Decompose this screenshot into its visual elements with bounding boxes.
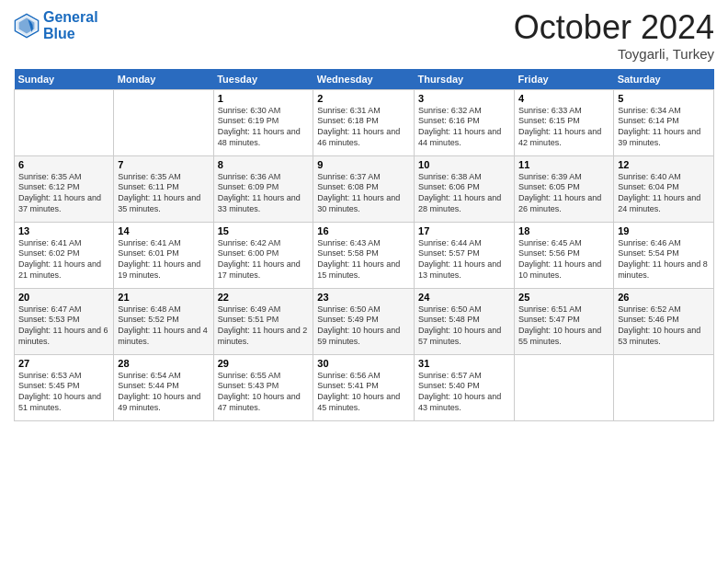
day-cell: 6Sunrise: 6:35 AMSunset: 6:12 PMDaylight… bbox=[15, 155, 114, 222]
day-cell: 10Sunrise: 6:38 AMSunset: 6:06 PMDayligh… bbox=[415, 155, 515, 222]
calendar-table: SundayMondayTuesdayWednesdayThursdayFrid… bbox=[14, 69, 714, 421]
day-cell bbox=[114, 89, 213, 155]
day-cell bbox=[515, 354, 614, 420]
day-number: 17 bbox=[418, 225, 510, 236]
day-info: Sunrise: 6:37 AMSunset: 6:08 PMDaylight:… bbox=[317, 172, 410, 215]
day-number: 16 bbox=[317, 225, 410, 236]
day-cell bbox=[15, 89, 114, 155]
title-block: October 2024 Toygarli, Turkey bbox=[514, 9, 714, 62]
col-header-monday: Monday bbox=[114, 69, 213, 90]
day-cell: 28Sunrise: 6:54 AMSunset: 5:44 PMDayligh… bbox=[114, 354, 213, 420]
day-cell: 27Sunrise: 6:53 AMSunset: 5:45 PMDayligh… bbox=[15, 354, 114, 420]
day-cell: 8Sunrise: 6:36 AMSunset: 6:09 PMDaylight… bbox=[213, 155, 313, 222]
day-info: Sunrise: 6:50 AMSunset: 5:48 PMDaylight:… bbox=[418, 304, 510, 348]
day-number: 12 bbox=[618, 159, 710, 170]
day-cell: 12Sunrise: 6:40 AMSunset: 6:04 PMDayligh… bbox=[614, 155, 714, 222]
day-number: 10 bbox=[418, 159, 510, 170]
day-info: Sunrise: 6:40 AMSunset: 6:04 PMDaylight:… bbox=[618, 172, 710, 215]
day-number: 31 bbox=[418, 358, 510, 369]
day-cell: 26Sunrise: 6:52 AMSunset: 5:46 PMDayligh… bbox=[614, 288, 714, 354]
day-info: Sunrise: 6:43 AMSunset: 5:58 PMDaylight:… bbox=[317, 238, 410, 282]
day-info: Sunrise: 6:44 AMSunset: 5:57 PMDaylight:… bbox=[418, 238, 510, 282]
day-cell: 25Sunrise: 6:51 AMSunset: 5:47 PMDayligh… bbox=[515, 288, 614, 354]
week-row-3: 13Sunrise: 6:41 AMSunset: 6:02 PMDayligh… bbox=[15, 222, 714, 288]
week-row-4: 20Sunrise: 6:47 AMSunset: 5:53 PMDayligh… bbox=[15, 288, 714, 354]
day-cell: 18Sunrise: 6:45 AMSunset: 5:56 PMDayligh… bbox=[515, 222, 614, 288]
day-number: 23 bbox=[317, 292, 410, 303]
day-info: Sunrise: 6:48 AMSunset: 5:52 PMDaylight:… bbox=[118, 304, 209, 348]
col-header-wednesday: Wednesday bbox=[313, 69, 415, 90]
location: Toygarli, Turkey bbox=[514, 46, 714, 62]
day-info: Sunrise: 6:49 AMSunset: 5:51 PMDaylight:… bbox=[218, 304, 310, 348]
day-number: 3 bbox=[418, 93, 510, 104]
col-header-sunday: Sunday bbox=[15, 69, 114, 90]
day-number: 14 bbox=[118, 225, 209, 236]
header-row: SundayMondayTuesdayWednesdayThursdayFrid… bbox=[15, 69, 714, 90]
day-info: Sunrise: 6:47 AMSunset: 5:53 PMDaylight:… bbox=[18, 304, 109, 348]
day-cell: 16Sunrise: 6:43 AMSunset: 5:58 PMDayligh… bbox=[313, 222, 415, 288]
day-info: Sunrise: 6:50 AMSunset: 5:49 PMDaylight:… bbox=[317, 304, 410, 348]
week-row-2: 6Sunrise: 6:35 AMSunset: 6:12 PMDaylight… bbox=[15, 155, 714, 222]
day-info: Sunrise: 6:31 AMSunset: 6:18 PMDaylight:… bbox=[317, 106, 410, 149]
day-number: 15 bbox=[218, 225, 310, 236]
day-number: 21 bbox=[118, 292, 209, 303]
day-info: Sunrise: 6:46 AMSunset: 5:54 PMDaylight:… bbox=[618, 238, 710, 282]
day-number: 7 bbox=[118, 159, 209, 170]
day-info: Sunrise: 6:39 AMSunset: 6:05 PMDaylight:… bbox=[518, 172, 609, 215]
day-info: Sunrise: 6:52 AMSunset: 5:46 PMDaylight:… bbox=[618, 304, 710, 348]
day-cell: 1Sunrise: 6:30 AMSunset: 6:19 PMDaylight… bbox=[213, 89, 313, 155]
calendar-page: General Blue October 2024 Toygarli, Turk… bbox=[0, 0, 728, 563]
day-info: Sunrise: 6:54 AMSunset: 5:44 PMDaylight:… bbox=[118, 371, 209, 414]
day-info: Sunrise: 6:41 AMSunset: 6:01 PMDaylight:… bbox=[118, 238, 209, 282]
day-info: Sunrise: 6:55 AMSunset: 5:43 PMDaylight:… bbox=[218, 371, 310, 414]
day-cell: 31Sunrise: 6:57 AMSunset: 5:40 PMDayligh… bbox=[415, 354, 515, 420]
day-info: Sunrise: 6:45 AMSunset: 5:56 PMDaylight:… bbox=[518, 238, 609, 282]
day-number: 11 bbox=[518, 159, 609, 170]
day-cell: 3Sunrise: 6:32 AMSunset: 6:16 PMDaylight… bbox=[415, 89, 515, 155]
day-info: Sunrise: 6:32 AMSunset: 6:16 PMDaylight:… bbox=[418, 106, 510, 149]
day-cell bbox=[614, 354, 714, 420]
day-cell: 30Sunrise: 6:56 AMSunset: 5:41 PMDayligh… bbox=[313, 354, 415, 420]
day-info: Sunrise: 6:51 AMSunset: 5:47 PMDaylight:… bbox=[518, 304, 609, 348]
day-number: 4 bbox=[518, 93, 609, 104]
day-cell: 9Sunrise: 6:37 AMSunset: 6:08 PMDaylight… bbox=[313, 155, 415, 222]
day-info: Sunrise: 6:53 AMSunset: 5:45 PMDaylight:… bbox=[18, 371, 109, 414]
day-number: 22 bbox=[218, 292, 310, 303]
day-number: 27 bbox=[18, 358, 109, 369]
day-info: Sunrise: 6:30 AMSunset: 6:19 PMDaylight:… bbox=[218, 106, 310, 149]
logo: General Blue bbox=[14, 9, 98, 41]
day-number: 29 bbox=[218, 358, 310, 369]
day-cell: 7Sunrise: 6:35 AMSunset: 6:11 PMDaylight… bbox=[114, 155, 213, 222]
day-cell: 24Sunrise: 6:50 AMSunset: 5:48 PMDayligh… bbox=[415, 288, 515, 354]
day-number: 13 bbox=[18, 225, 109, 236]
day-cell: 15Sunrise: 6:42 AMSunset: 6:00 PMDayligh… bbox=[213, 222, 313, 288]
day-cell: 23Sunrise: 6:50 AMSunset: 5:49 PMDayligh… bbox=[313, 288, 415, 354]
month-title: October 2024 bbox=[514, 9, 714, 46]
day-cell: 21Sunrise: 6:48 AMSunset: 5:52 PMDayligh… bbox=[114, 288, 213, 354]
day-number: 2 bbox=[317, 93, 410, 104]
day-info: Sunrise: 6:41 AMSunset: 6:02 PMDaylight:… bbox=[18, 238, 109, 282]
day-cell: 20Sunrise: 6:47 AMSunset: 5:53 PMDayligh… bbox=[15, 288, 114, 354]
day-cell: 17Sunrise: 6:44 AMSunset: 5:57 PMDayligh… bbox=[415, 222, 515, 288]
day-info: Sunrise: 6:38 AMSunset: 6:06 PMDaylight:… bbox=[418, 172, 510, 215]
day-cell: 19Sunrise: 6:46 AMSunset: 5:54 PMDayligh… bbox=[614, 222, 714, 288]
day-cell: 11Sunrise: 6:39 AMSunset: 6:05 PMDayligh… bbox=[515, 155, 614, 222]
day-info: Sunrise: 6:42 AMSunset: 6:00 PMDaylight:… bbox=[218, 238, 310, 282]
day-number: 9 bbox=[317, 159, 410, 170]
day-number: 26 bbox=[618, 292, 710, 303]
col-header-thursday: Thursday bbox=[415, 69, 515, 90]
day-number: 20 bbox=[18, 292, 109, 303]
day-number: 5 bbox=[618, 93, 710, 104]
day-number: 24 bbox=[418, 292, 510, 303]
day-cell: 2Sunrise: 6:31 AMSunset: 6:18 PMDaylight… bbox=[313, 89, 415, 155]
col-header-friday: Friday bbox=[515, 69, 614, 90]
logo-icon bbox=[14, 13, 40, 39]
logo-text: General Blue bbox=[43, 9, 98, 41]
col-header-saturday: Saturday bbox=[614, 69, 714, 90]
day-cell: 14Sunrise: 6:41 AMSunset: 6:01 PMDayligh… bbox=[114, 222, 213, 288]
page-header: General Blue October 2024 Toygarli, Turk… bbox=[14, 9, 714, 62]
day-info: Sunrise: 6:33 AMSunset: 6:15 PMDaylight:… bbox=[518, 106, 609, 149]
day-number: 19 bbox=[618, 225, 710, 236]
day-info: Sunrise: 6:57 AMSunset: 5:40 PMDaylight:… bbox=[418, 371, 510, 414]
day-cell: 13Sunrise: 6:41 AMSunset: 6:02 PMDayligh… bbox=[15, 222, 114, 288]
